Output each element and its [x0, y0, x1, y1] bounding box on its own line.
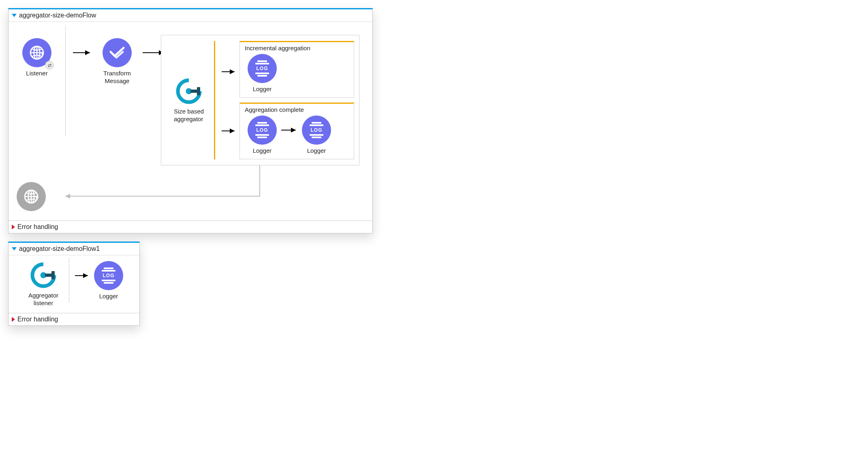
collapse-triangle-right-icon[interactable]	[12, 225, 15, 229]
arrow-to-complete	[221, 113, 237, 149]
collapse-triangle-icon[interactable]	[12, 14, 17, 17]
exchange-arrows-icon: ⇄	[45, 61, 54, 70]
log-icon: LOG	[310, 122, 323, 138]
complete-logger-2-node[interactable]: LOG Logger	[298, 116, 335, 155]
log-icon: LOG	[102, 267, 115, 284]
flow2-error-label: Error handling	[17, 316, 58, 323]
aggregator-scope[interactable]: Size based aggregator	[161, 35, 359, 165]
flow1-error-header[interactable]: Error handling	[9, 220, 372, 233]
small-arrow-icon: →	[43, 281, 52, 290]
flow2-error-header[interactable]: Error handling	[9, 313, 139, 325]
transform-circle	[103, 38, 132, 67]
aggregator-listener-label: Aggregator listener	[28, 292, 58, 307]
flow2-body: → Aggregator listener LOG	[9, 255, 139, 313]
collapse-triangle-right-icon[interactable]	[12, 317, 15, 322]
flow2-logger-label: Logger	[99, 293, 118, 300]
logger-circle: LOG	[248, 116, 277, 145]
transform-icon	[109, 45, 125, 61]
svg-rect-10	[197, 87, 200, 95]
listener-node[interactable]: ⇄ Listener	[17, 38, 57, 77]
complete-title: Aggregation complete	[244, 105, 350, 116]
incremental-aggregation-box[interactable]: Incremental aggregation LOG	[239, 41, 354, 98]
arrow-logger-to-logger	[280, 116, 298, 145]
log-icon: LOG	[255, 122, 269, 138]
globe-icon	[28, 44, 45, 61]
flow2-row: → Aggregator listener LOG	[14, 261, 134, 307]
flow2-title: aggregator-size-demoFlow1	[19, 245, 100, 252]
flow1-header[interactable]: aggregator-size-demoFlow	[9, 9, 372, 22]
response-node[interactable]	[17, 182, 46, 211]
svg-rect-16	[51, 271, 55, 279]
flow1-body: ⇄ Listener	[9, 22, 372, 220]
flow2-logger-node[interactable]: LOG Logger	[90, 261, 127, 300]
collapse-triangle-icon[interactable]	[12, 247, 17, 250]
listener-circle: ⇄	[22, 38, 51, 67]
aggregator-listener-node[interactable]: → Aggregator listener	[21, 261, 66, 307]
flow1-error-label: Error handling	[17, 223, 58, 231]
flow-container-2[interactable]: aggregator-size-demoFlow1 → Aggrega	[8, 242, 140, 326]
scope-divider	[214, 41, 215, 159]
source-divider	[65, 26, 66, 135]
response-circle	[17, 182, 46, 211]
arrow-listener-to-transform	[72, 38, 92, 67]
flow1-main-row: ⇄ Listener	[17, 38, 166, 135]
logger-circle: LOG	[94, 261, 123, 290]
arrow-to-incremental	[221, 53, 237, 90]
aggregation-complete-box[interactable]: Aggregation complete LOG	[239, 103, 354, 159]
incremental-logger-node[interactable]: LOG Logger	[244, 54, 280, 93]
flow2-divider	[69, 258, 69, 302]
flow-container-1[interactable]: aggregator-size-demoFlow ⇄	[8, 8, 373, 233]
complete-logger-1-label: Logger	[253, 147, 272, 155]
aggregator-node[interactable]: Size based aggregator	[165, 77, 213, 123]
return-connector	[49, 164, 263, 208]
incremental-title: Incremental aggregation	[244, 44, 350, 54]
aggregator-listener-icon: →	[29, 261, 58, 289]
complete-logger-2-label: Logger	[307, 147, 326, 155]
incremental-logger-label: Logger	[253, 86, 272, 93]
globe-outgoing-icon	[23, 188, 40, 205]
flow1-title: aggregator-size-demoFlow	[19, 12, 96, 19]
aggregator-icon	[175, 77, 203, 105]
transform-label: Transform Message	[103, 70, 131, 85]
logger-circle: LOG	[248, 54, 277, 83]
logger-circle: LOG	[302, 116, 331, 145]
listener-label: Listener	[26, 70, 47, 77]
arrow-agglistener-to-logger	[74, 261, 90, 290]
complete-logger-1-node[interactable]: LOG Logger	[244, 116, 280, 155]
flow2-header[interactable]: aggregator-size-demoFlow1	[9, 243, 139, 255]
flow-canvas: aggregator-size-demoFlow ⇄	[8, 8, 373, 326]
transform-node[interactable]: Transform Message	[95, 38, 139, 85]
aggregator-label: Size based aggregator	[174, 108, 204, 123]
log-icon: LOG	[255, 60, 269, 77]
